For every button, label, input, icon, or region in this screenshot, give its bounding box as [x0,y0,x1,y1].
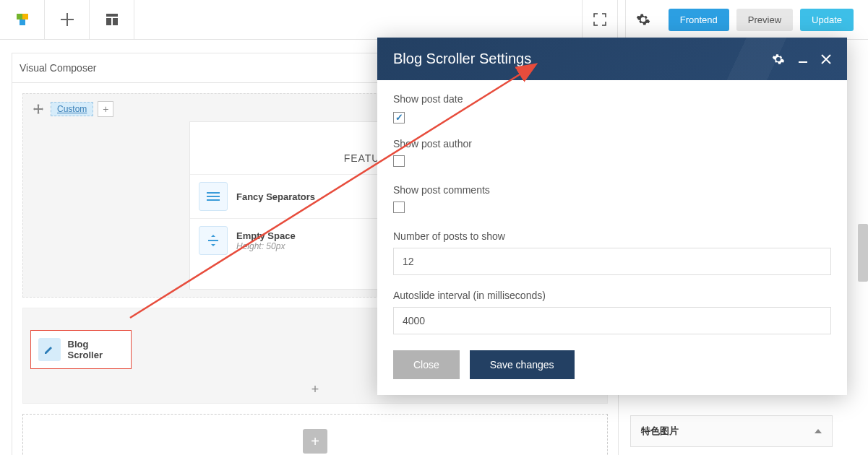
svg-rect-1 [106,18,111,25]
row-tag-custom[interactable]: Custom [51,102,93,116]
blog-scroller-element[interactable]: Blog Scroller [30,330,132,369]
plus-icon [61,13,74,26]
settings-button[interactable] [625,0,661,40]
row-add-column[interactable]: + [98,101,113,117]
modal-minimize-button[interactable] [798,54,808,64]
add-row-button[interactable]: + [303,429,327,454]
modal-save-btn[interactable]: Save changes [470,350,575,379]
toolbar-right: Frontend Preview Update [582,0,868,39]
element-title: Fancy Separators [236,191,315,202]
element-title: Empty Space [236,230,296,241]
top-toolbar: Frontend Preview Update [0,0,868,40]
input-num-posts[interactable] [393,248,831,275]
gear-icon [636,12,650,27]
field-label: Show post date [393,93,831,105]
field-show-comments: Show post comments [393,184,831,216]
add-row-area[interactable]: + [22,414,608,455]
checkbox-show-date[interactable] [393,112,405,124]
fullscreen-button[interactable] [582,0,618,40]
svg-rect-6 [208,240,218,241]
element-subtitle: Height: 50px [236,241,296,251]
svg-rect-3 [207,192,220,194]
modal-settings-button[interactable] [772,53,785,66]
pencil-icon [43,344,55,355]
layout-icon [105,12,119,27]
modal-scrollbar-thumb[interactable] [858,224,868,282]
frontend-button[interactable]: Frontend [669,9,729,31]
templates-button[interactable] [90,0,134,39]
close-icon [821,54,831,64]
move-icon [33,104,43,114]
modal-close-btn[interactable]: Close [393,350,460,379]
vc-logo[interactable] [0,0,45,39]
add-element-button[interactable] [45,0,90,39]
featured-image-widget[interactable]: 特色图片 [630,415,833,447]
modal-body: Show post date Show post author Show pos… [377,80,847,340]
blog-scroller-label: Blog Scroller [68,339,124,360]
vc-logo-icon [14,11,31,28]
blog-scroller-icon [38,338,61,361]
expand-icon [593,13,606,26]
modal-header: Blog Scroller Settings [377,38,847,80]
update-button[interactable]: Update [800,9,854,31]
svg-rect-0 [106,14,118,17]
field-autoslide: Autoslide interval (in milliseconds) [393,290,831,334]
field-label: Show post comments [393,184,831,196]
separator-icon [199,182,228,211]
gear-icon [772,53,785,66]
field-show-author: Show post author [393,138,831,170]
field-show-date: Show post date [393,93,831,124]
field-label: Autoslide interval (in milliseconds) [393,290,831,301]
modal-footer: Close Save changes [377,340,847,395]
modal-close-button[interactable] [821,54,831,64]
field-label: Show post author [393,138,831,150]
widget-title: 特色图片 [641,425,679,438]
move-handle[interactable] [30,101,46,117]
input-autoslide[interactable] [393,307,831,334]
checkbox-show-author[interactable] [393,155,405,167]
preview-button[interactable]: Preview [736,9,793,31]
checkbox-show-comments[interactable] [393,202,405,213]
collapse-icon [815,429,822,433]
svg-rect-2 [113,18,118,25]
svg-rect-7 [799,61,807,63]
minimize-icon [798,54,808,64]
modal-title: Blog Scroller Settings [393,51,772,67]
field-num-posts: Number of posts to show [393,230,831,275]
modal-window-actions [772,53,831,66]
settings-modal: Blog Scroller Settings Show post date Sh… [377,38,847,395]
svg-rect-5 [207,199,220,201]
toolbar-left [0,0,134,39]
empty-space-icon [199,226,228,255]
field-label: Number of posts to show [393,230,831,242]
svg-rect-4 [207,196,220,197]
